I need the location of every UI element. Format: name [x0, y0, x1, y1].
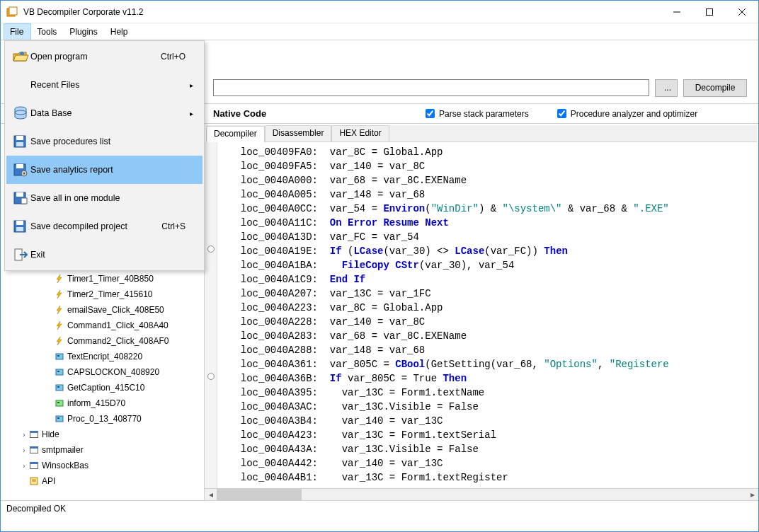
menu-save-decompiled-project[interactable]: Save decompiled project Ctrl+S	[6, 212, 202, 241]
menu-save-all-in-one-module[interactable]: Save all in one module	[6, 184, 202, 212]
code-body: loc_00409FA0: var_8C = Global.App loc_00…	[205, 142, 758, 488]
window-title: VB Decompiler Corporate v11.2	[23, 7, 661, 17]
svg-rect-28	[16, 136, 23, 140]
save-project-icon	[11, 219, 30, 233]
decompile-button[interactable]: Decompile	[683, 79, 747, 97]
svg-point-33	[23, 173, 25, 175]
scroll-left-icon[interactable]: ◂	[205, 489, 217, 501]
fold-marker-icon[interactable]	[207, 373, 215, 380]
parse-stack-input[interactable]	[426, 109, 435, 118]
tree-item[interactable]: ›Hide	[6, 427, 204, 442]
exit-icon	[11, 248, 30, 262]
twisty-icon[interactable]: ›	[19, 446, 29, 454]
database-icon	[11, 106, 30, 120]
mod-icon	[29, 476, 39, 486]
svg-rect-38	[16, 221, 23, 225]
file-menu-dropdown: Open program Ctrl+O Recent Files ▸ Data …	[4, 40, 205, 271]
proc-icon	[55, 352, 64, 362]
tree-item-label: CAPSLOCKON_408920	[67, 367, 159, 377]
tab-decompiler[interactable]: Decompiler	[206, 126, 265, 142]
code-tabs: Decompiler Disassembler HEX Editor	[206, 125, 757, 142]
code-gutter	[205, 142, 217, 488]
tree-item[interactable]: Timer2_Timer_415610	[6, 287, 204, 302]
menu-exit[interactable]: Exit	[6, 241, 202, 269]
close-button[interactable]	[726, 1, 758, 23]
svg-rect-19	[30, 447, 38, 449]
status-text: Decompiled OK	[6, 504, 66, 514]
tree-item[interactable]: Command1_Click_408A40	[6, 318, 204, 333]
menu-file[interactable]: File	[4, 23, 31, 40]
proc2-icon	[55, 398, 64, 408]
scroll-track[interactable]	[217, 489, 746, 501]
tree-item-label: smtpmailer	[42, 445, 84, 455]
statusbar: Decompiled OK	[1, 500, 758, 516]
menubar: File Tools Plugins Help	[1, 23, 758, 40]
tab-hex-editor[interactable]: HEX Editor	[331, 125, 389, 141]
tree-item[interactable]: Proc_0_13_408770	[6, 411, 204, 427]
tree-item[interactable]: inform_415D70	[6, 395, 204, 411]
twisty-icon[interactable]: ›	[19, 462, 29, 470]
tree-item[interactable]: Timer1_Timer_40B850	[6, 271, 204, 287]
bolt-icon	[55, 274, 64, 284]
tab-disassembler[interactable]: Disassembler	[265, 125, 332, 141]
bolt-icon	[55, 305, 64, 315]
menu-data-base[interactable]: Data Base ▸	[6, 99, 202, 127]
menu-help[interactable]: Help	[105, 23, 135, 40]
svg-rect-15	[57, 417, 59, 419]
svg-rect-9	[57, 371, 59, 372]
save-report-icon	[11, 163, 30, 177]
bolt-icon	[55, 320, 64, 330]
tree-item-label: WinsockBas	[42, 461, 89, 470]
parse-stack-checkbox[interactable]: Parse stack parameters	[426, 109, 529, 119]
svg-rect-7	[57, 355, 59, 357]
svg-rect-13	[57, 402, 59, 403]
menu-plugins[interactable]: Plugins	[64, 23, 104, 40]
bolt-icon	[55, 336, 64, 346]
scroll-right-icon[interactable]: ▸	[746, 489, 758, 501]
svg-rect-36	[21, 198, 27, 204]
twisty-icon[interactable]: ›	[19, 431, 29, 439]
tree-item-label: Proc_0_13_408770	[67, 414, 142, 424]
tree-item[interactable]: ›smtpmailer	[6, 442, 204, 458]
code-panel: Decompiler Disassembler HEX Editor loc_0…	[205, 124, 758, 500]
svg-rect-29	[16, 142, 23, 146]
form-icon	[29, 429, 39, 439]
menu-tools[interactable]: Tools	[31, 23, 64, 40]
svg-rect-31	[16, 164, 23, 168]
bolt-icon	[55, 289, 64, 299]
horizontal-scrollbar[interactable]: ◂ ▸	[205, 488, 758, 500]
tree-item-label: Command1_Click_408A40	[67, 320, 169, 330]
open-folder-icon	[11, 50, 30, 64]
proc-icon	[55, 414, 64, 424]
maximize-button[interactable]	[693, 1, 726, 23]
tree-item[interactable]: ›WinsockBas	[6, 458, 204, 473]
tree-item-label: emailSave_Click_408E50	[67, 305, 164, 315]
tree-item[interactable]: CAPSLOCKON_408920	[6, 364, 204, 380]
native-code-label: Native Code	[213, 108, 397, 119]
minimize-button[interactable]	[661, 1, 693, 23]
tree-item-label: Timer1_Timer_40B850	[67, 274, 154, 284]
svg-rect-21	[30, 463, 38, 465]
tree-item[interactable]: TextEncript_408220	[6, 349, 204, 364]
optimizer-input[interactable]	[557, 109, 566, 118]
tree-item[interactable]: emailSave_Click_408E50	[6, 302, 204, 318]
menu-recent-files[interactable]: Recent Files ▸	[6, 71, 202, 99]
browse-button[interactable]: ...	[655, 79, 678, 97]
svg-rect-3	[707, 8, 713, 15]
fold-marker-icon[interactable]	[207, 245, 215, 253]
optimizer-checkbox[interactable]: Procedure analyzer and optimizer	[557, 109, 697, 119]
proc-icon	[55, 367, 64, 377]
menu-save-analytics-report[interactable]: Save analytics report	[6, 156, 202, 184]
tree-item[interactable]: GetCaption_415C10	[6, 380, 204, 395]
tree-item[interactable]: Command2_Click_408AF0	[6, 333, 204, 349]
tree-item-label: API	[42, 476, 55, 486]
proc-icon	[55, 383, 64, 393]
tree-item[interactable]: API	[6, 473, 204, 489]
save-list-icon	[11, 134, 30, 149]
menu-open-program[interactable]: Open program Ctrl+O	[6, 42, 202, 71]
svg-rect-39	[16, 227, 23, 231]
menu-save-procedures-list[interactable]: Save procedures list	[6, 127, 202, 156]
path-input[interactable]	[213, 79, 649, 96]
save-module-icon	[11, 191, 30, 205]
scroll-thumb[interactable]	[217, 489, 302, 501]
